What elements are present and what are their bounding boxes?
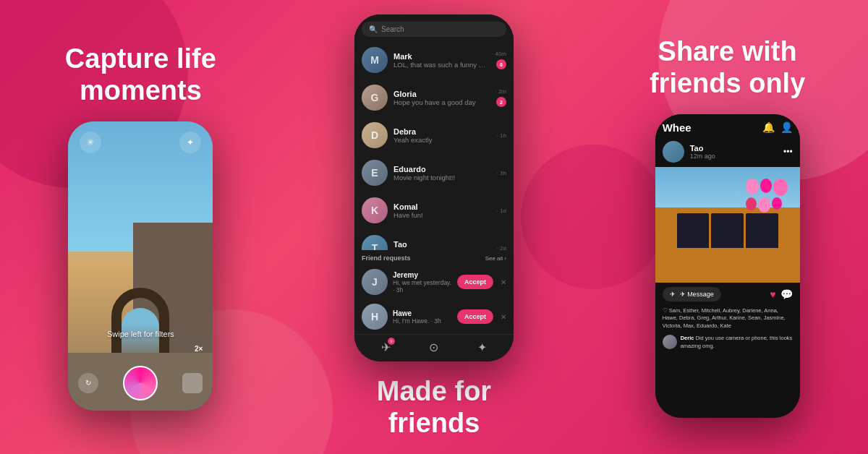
fr-content: Jeremy Hi, we met yesterday. · 3h	[393, 271, 452, 294]
more-options-button[interactable]: •••	[783, 147, 793, 157]
message-time: · 1d	[497, 207, 506, 214]
shutter-button[interactable]	[123, 366, 158, 401]
search-icon: 🔍	[369, 25, 378, 33]
gallery-thumb[interactable]	[182, 373, 203, 393]
notification-icon[interactable]: 🔔	[762, 121, 775, 133]
message-preview: Movie night tonight!!	[393, 174, 491, 181]
send-nav-icon[interactable]: ✈ 9	[381, 340, 391, 354]
balloon-3	[773, 179, 788, 196]
message-item[interactable]: M Mark LOL, that was such a funny v... ·…	[354, 41, 514, 79]
center-title-line1: Made for	[377, 376, 491, 406]
message-name: Tao	[393, 240, 491, 249]
message-preview: Hope you have a good day	[393, 98, 489, 106]
message-name: Komal	[393, 202, 491, 211]
message-time: · 1h	[497, 132, 506, 139]
center-title-line2: friends	[388, 408, 480, 438]
message-preview: LOL, that was such a funny v...	[393, 61, 486, 69]
message-content: Tao I will see you on Sunday	[393, 240, 491, 251]
post-user-info: Tao 12m ago	[690, 144, 778, 160]
reaction-icons: ♥ 💬	[770, 288, 792, 300]
post-user-row: Tao 12m ago •••	[655, 138, 800, 167]
left-title: Capture life moments	[65, 43, 216, 106]
fr-preview: Hi, we met yesterday. · 3h	[393, 279, 452, 294]
message-item[interactable]: T Tao I will see you on Sunday · 2d	[354, 229, 514, 250]
message-meta: · 2d	[497, 245, 506, 251]
right-title-line1: Share with	[658, 36, 797, 67]
friend-requests-title: Friend requests	[362, 254, 411, 262]
sparkle-nav-icon[interactable]: ✦	[477, 340, 487, 354]
camera-top-icons: ✳ ✦	[75, 129, 205, 156]
swipe-hint: Swipe left for filters	[107, 330, 174, 338]
message-item[interactable]: E Eduardo Movie night tonight!! · 3h	[354, 154, 514, 192]
fr-name: Hawe	[393, 309, 452, 317]
message-time: · 40m	[492, 51, 506, 57]
add-friend-icon[interactable]: 👤	[780, 121, 793, 133]
header-icons: 🔔 👤	[762, 121, 793, 133]
left-section: Capture life moments ✳ ✦ Swipe left f	[7, 14, 274, 440]
flip-camera-button[interactable]: ↻	[78, 373, 98, 393]
commenter-name: Deric	[681, 335, 694, 341]
share-screen: Whee 🔔 👤 Tao 12m ago •••	[655, 114, 800, 418]
message-name: Gloria	[393, 90, 489, 98]
message-content: Gloria Hope you have a good day	[393, 90, 489, 106]
message-item[interactable]: G Gloria Hope you have a good day · 2m 2	[354, 79, 514, 116]
bottom-nav: ✈ 9 ⊙ ✦	[354, 334, 514, 361]
avatar-initials: E	[362, 160, 388, 186]
balloon-1	[746, 179, 759, 194]
friend-request-item: H Hawe Hi, I'm Hawe. · 3h Accept ✕	[354, 299, 514, 334]
message-meta: · 40m 6	[492, 51, 506, 69]
message-content: Mark LOL, that was such a funny v...	[393, 52, 486, 69]
avatar-initials: D	[362, 122, 388, 148]
friend-requests-header: Friend requests See all ›	[354, 250, 514, 265]
message-name: Mark	[393, 52, 486, 61]
center-title: Made for friends	[377, 376, 491, 439]
zoom-level: 2×	[195, 345, 203, 353]
camera-settings-icon[interactable]: ✳	[80, 132, 101, 153]
heart-icon[interactable]: ♥	[770, 288, 775, 300]
post-time: 12m ago	[690, 153, 778, 160]
commenter-avatar	[663, 335, 677, 349]
message-action-button[interactable]: ✈ ✈ Message	[663, 287, 721, 301]
message-content: Eduardo Movie night tonight!!	[393, 165, 491, 181]
post-image	[655, 167, 800, 283]
camera-nav-icon[interactable]: ⊙	[429, 340, 438, 354]
window-3	[746, 213, 778, 248]
right-section: Share with friends only Whee 🔔 👤 Tao 12m…	[594, 14, 861, 440]
message-content: Debra Yeah exactly	[393, 127, 491, 144]
message-item[interactable]: D Debra Yeah exactly · 1h	[354, 116, 514, 154]
message-time: · 2m	[495, 88, 506, 95]
messages-screen: 🔍 Search M Mark LOL, that was such a fun…	[354, 14, 514, 361]
post-likes: ♡ Sam, Esther, Mitchell, Aubrey, Darlene…	[655, 306, 800, 333]
message-preview: Have fun!	[393, 211, 491, 219]
camera-phone: ✳ ✦ Swipe left for filters 2× ↻	[68, 121, 213, 411]
building-windows-row	[677, 213, 778, 248]
right-title: Share with friends only	[650, 36, 805, 99]
reject-button[interactable]: ✕	[501, 313, 506, 321]
avatar-initials: M	[362, 47, 388, 73]
center-section: 🔍 Search M Mark LOL, that was such a fun…	[274, 14, 595, 440]
see-all-button[interactable]: See all ›	[485, 255, 506, 262]
search-input-container[interactable]: 🔍 Search	[362, 22, 506, 37]
messages-phone: 🔍 Search M Mark LOL, that was such a fun…	[354, 14, 514, 361]
avatar-initials: G	[362, 85, 388, 111]
search-bar: 🔍 Search	[354, 14, 514, 41]
fr-name: Jeremy	[393, 271, 452, 279]
message-meta: · 2m 2	[495, 88, 506, 107]
message-avatar: D	[362, 122, 388, 148]
see-all-arrow-icon: ›	[504, 255, 506, 262]
share-phone: Whee 🔔 👤 Tao 12m ago •••	[655, 114, 800, 418]
post-avatar	[663, 141, 684, 163]
message-name: Eduardo	[393, 165, 491, 174]
camera-effects-icon[interactable]: ✦	[179, 132, 201, 153]
comment-icon[interactable]: 💬	[780, 288, 793, 300]
messages-list: M Mark LOL, that was such a funny v... ·…	[354, 41, 514, 250]
accept-button[interactable]: Accept	[457, 275, 493, 289]
balloon-cluster	[746, 179, 793, 213]
message-item[interactable]: K Komal Have fun! · 1d	[354, 192, 514, 229]
message-avatar: K	[362, 197, 388, 223]
message-preview: Yeah exactly	[393, 136, 491, 144]
accept-button[interactable]: Accept	[457, 309, 493, 324]
reject-button[interactable]: ✕	[501, 278, 506, 286]
main-container: Capture life moments ✳ ✦ Swipe left f	[0, 0, 868, 454]
comment-text: Deric Did you use camera or phone, this …	[681, 335, 793, 350]
